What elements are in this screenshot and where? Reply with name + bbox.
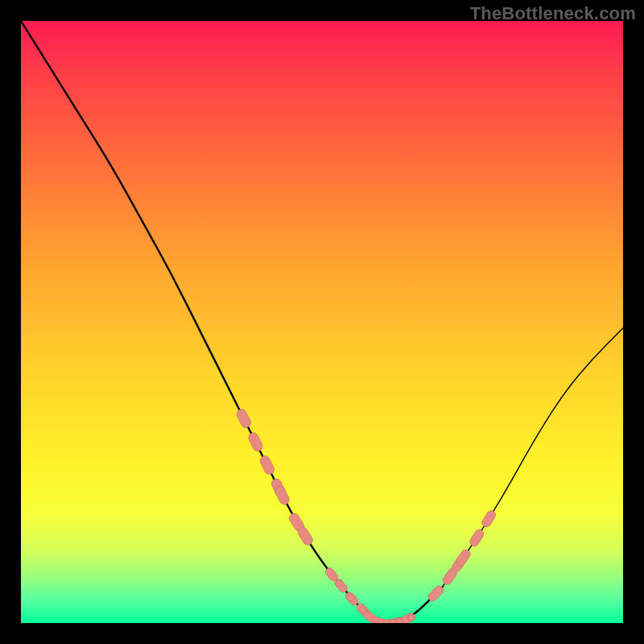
watermark-text: TheBottleneck.com bbox=[470, 3, 636, 24]
chart-frame: TheBottleneck.com bbox=[0, 0, 644, 644]
gradient-plot-area bbox=[21, 21, 623, 623]
